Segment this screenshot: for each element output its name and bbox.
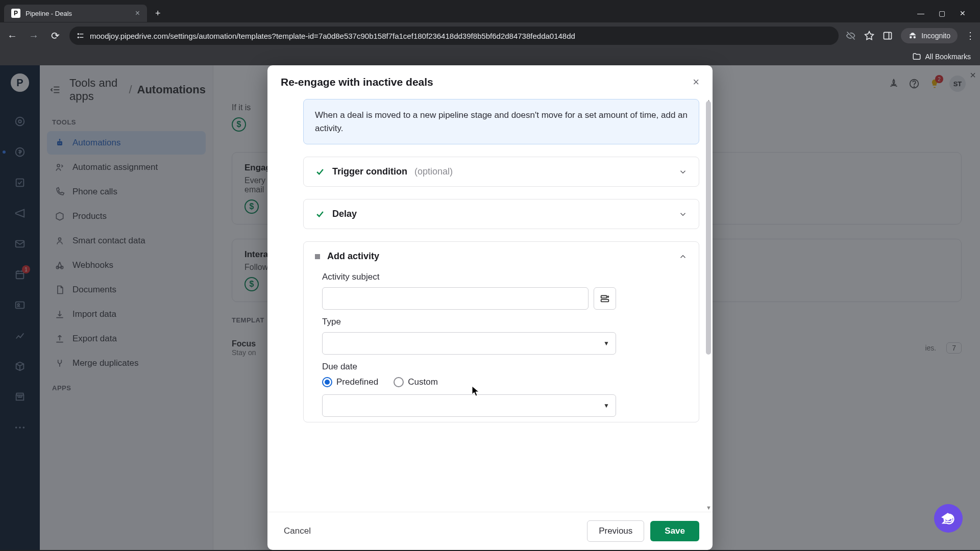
mouse-cursor	[472, 386, 480, 397]
step-add-activity: Add activity Activity subject Type ▼	[303, 241, 699, 422]
step-delay[interactable]: Delay	[303, 199, 699, 229]
radio-predefined[interactable]: Predefined	[322, 377, 378, 387]
due-date-select[interactable]: ▼	[322, 394, 616, 417]
svg-point-2	[78, 37, 79, 38]
tab-title: Pipeline - Deals	[26, 10, 72, 17]
step-add-activity-header[interactable]: Add activity	[304, 242, 699, 265]
bookmark-star-icon[interactable]	[864, 31, 874, 41]
scrollbar-thumb[interactable]	[706, 101, 711, 355]
address-bar: ← → ⟳ moodjoy.pipedrive.com/settings/aut…	[0, 22, 980, 49]
type-select[interactable]: ▼	[322, 332, 616, 355]
tab-bar: P Pipeline - Deals × + — ▢ ✕	[0, 0, 980, 22]
automation-modal: Re-engage with inactive deals × When a d…	[267, 65, 713, 550]
label-activity-subject: Activity subject	[322, 272, 699, 282]
incognito-badge[interactable]: Incognito	[901, 28, 958, 43]
forward-button[interactable]: →	[27, 29, 41, 43]
automation-description: When a deal is moved to a new pipeline s…	[303, 99, 699, 144]
minimize-icon[interactable]: —	[917, 9, 924, 17]
browser-chrome: P Pipeline - Deals × + — ▢ ✕ ← → ⟳ moodj…	[0, 0, 980, 65]
chevron-up-icon	[678, 252, 688, 261]
modal-close-icon[interactable]: ×	[693, 76, 699, 89]
caret-down-icon: ▼	[603, 402, 609, 409]
svg-rect-4	[884, 32, 892, 39]
modal-title: Re-engage with inactive deals	[281, 76, 433, 88]
back-button[interactable]: ←	[5, 29, 19, 43]
url-field[interactable]: moodjoy.pipedrive.com/settings/automatio…	[69, 27, 839, 45]
previous-button[interactable]: Previous	[587, 520, 644, 542]
chevron-down-icon	[678, 210, 688, 219]
scroll-down-icon[interactable]: ▼	[706, 505, 712, 511]
label-due-date: Due date	[322, 362, 699, 372]
browser-tab[interactable]: P Pipeline - Deals ×	[4, 5, 147, 22]
maximize-icon[interactable]: ▢	[939, 9, 945, 17]
save-button[interactable]: Save	[650, 521, 699, 541]
reload-button[interactable]: ⟳	[48, 29, 62, 43]
side-panel-icon[interactable]	[883, 31, 893, 41]
bookmarks-bar: All Bookmarks	[0, 49, 980, 65]
check-icon	[315, 167, 325, 177]
folder-icon	[912, 52, 921, 61]
tab-close-icon[interactable]: ×	[135, 9, 140, 18]
help-fab[interactable]	[934, 504, 963, 533]
eye-off-icon[interactable]	[846, 31, 856, 41]
all-bookmarks-button[interactable]: All Bookmarks	[912, 52, 971, 61]
incognito-icon	[908, 31, 917, 40]
square-bullet-icon	[315, 254, 320, 259]
step-trigger-condition[interactable]: Trigger condition (optional)	[303, 157, 699, 187]
svg-rect-35	[601, 299, 609, 302]
modal-scrollbar[interactable]: ▲ ▼	[705, 100, 712, 509]
incognito-label: Incognito	[921, 32, 950, 40]
svg-rect-34	[601, 296, 607, 298]
modal-header: Re-engage with inactive deals ×	[267, 65, 713, 97]
window-controls: — ▢ ✕	[917, 9, 976, 17]
new-tab-button[interactable]: +	[151, 6, 165, 21]
insert-field-button[interactable]	[594, 287, 616, 310]
activity-subject-input[interactable]	[322, 287, 589, 310]
chrome-menu-icon[interactable]: ⋮	[966, 30, 975, 41]
label-type: Type	[322, 317, 699, 327]
tab-favicon: P	[11, 9, 20, 18]
modal-body: When a deal is moved to a new pipeline s…	[267, 97, 713, 512]
caret-down-icon: ▼	[603, 340, 609, 347]
close-window-icon[interactable]: ✕	[960, 9, 966, 17]
modal-footer: Cancel Previous Save	[267, 512, 713, 550]
check-icon	[315, 209, 325, 219]
url-text: moodjoy.pipedrive.com/settings/automatio…	[90, 32, 575, 40]
chevron-down-icon	[678, 167, 688, 177]
radio-custom[interactable]: Custom	[394, 377, 438, 387]
cancel-button[interactable]: Cancel	[281, 522, 314, 540]
svg-point-0	[78, 34, 79, 35]
site-settings-icon[interactable]	[77, 32, 85, 40]
